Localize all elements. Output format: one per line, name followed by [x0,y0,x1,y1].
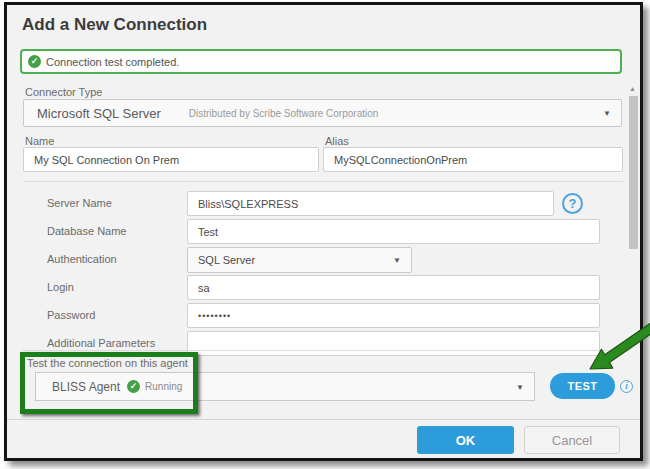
info-icon[interactable]: i [620,380,633,393]
agent-select[interactable]: BLISS Agent ✓ Running ▼ [35,372,535,401]
chevron-down-icon: ▼ [393,256,401,265]
password-input[interactable] [187,303,600,328]
database-name-input[interactable] [187,219,600,244]
name-label: Name [25,135,54,147]
footer-divider [7,419,640,420]
additional-parameters-input[interactable] [187,331,600,356]
name-input[interactable] [23,147,319,172]
help-icon[interactable]: ? [562,193,583,214]
add-connection-dialog: Add a New Connection ✓ Connection test c… [4,2,643,461]
screenshot-stage: Add a New Connection ✓ Connection test c… [0,0,650,469]
alias-input[interactable] [323,147,623,172]
authentication-value: SQL Server [198,254,255,266]
test-button[interactable]: TEST [550,373,615,399]
status-message: Connection test completed. [46,56,179,68]
server-name-input[interactable] [187,191,554,216]
chevron-down-icon: ▼ [603,109,611,118]
authentication-label: Authentication [47,253,117,265]
ok-button[interactable]: OK [417,426,514,454]
agent-running-check-icon: ✓ [127,380,140,393]
scroll-up-icon[interactable]: ▲ [629,85,636,92]
dialog-title: Add a New Connection [22,15,207,35]
login-input[interactable] [187,275,600,300]
alias-label: Alias [325,135,349,147]
vertical-scrollbar[interactable]: ▲ [628,85,639,353]
authentication-select[interactable]: SQL Server ▼ [187,247,412,273]
scrollbar-thumb[interactable] [629,96,638,249]
agent-status: Running [145,381,182,392]
connector-byline: Distributed by Scribe Software Corporati… [189,108,379,119]
connector-type-label: Connector Type [25,86,102,98]
cancel-button[interactable]: Cancel [524,426,620,454]
server-name-label: Server Name [47,197,112,209]
connector-type-select[interactable]: Microsoft SQL Server Distributed by Scri… [23,99,622,127]
agent-section-label: Test the connection on this agent [27,357,188,369]
agent-section-divider [23,350,623,351]
status-banner: ✓ Connection test completed. [20,49,622,74]
section-divider [23,181,623,182]
password-label: Password [47,309,95,321]
agent-name: BLISS Agent [52,380,120,394]
success-check-icon: ✓ [28,55,41,68]
connector-selected-value: Microsoft SQL Server [37,106,161,121]
database-name-label: Database Name [47,225,127,237]
additional-parameters-label: Additional Parameters [47,337,155,349]
login-label: Login [47,281,74,293]
chevron-down-icon: ▼ [516,382,524,391]
